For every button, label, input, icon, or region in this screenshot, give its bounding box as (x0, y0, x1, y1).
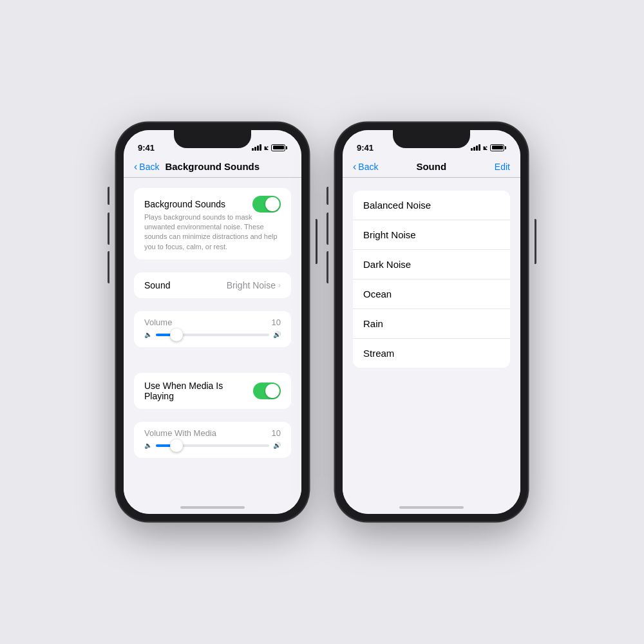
background-sounds-label: Background Sounds (144, 199, 225, 209)
sound-chevron-icon: › (278, 281, 281, 290)
sound-card: Sound Bright Noise › (134, 272, 291, 298)
back-button2[interactable]: ‹ Back (353, 162, 378, 172)
volume-media-header: Volume With Media 10 (144, 428, 281, 438)
signal-icon (252, 144, 261, 151)
back-button[interactable]: ‹ Back (134, 162, 159, 172)
sound-value: Bright Noise (227, 280, 276, 290)
page-title2: Sound (416, 161, 446, 172)
sound-list-content: Balanced NoiseBright NoiseDark NoiseOcea… (343, 178, 520, 515)
volume-inner: Volume 10 🔈 🔊 (134, 311, 291, 347)
phone2-screen: 9:41 𝛋 (343, 130, 520, 514)
home-indicator2 (399, 506, 464, 509)
volume-header: Volume 10 (144, 317, 281, 327)
sound-list-item[interactable]: Dark Noise (353, 250, 510, 279)
settings-content: Background Sounds Plays background sound… (124, 178, 301, 515)
volume-media-low-icon: 🔈 (144, 442, 152, 449)
spacer1 (124, 260, 301, 272)
notch (174, 130, 251, 148)
phone2: 9:41 𝛋 (335, 122, 528, 522)
volume-media-slider-row: 🔈 🔊 (144, 442, 281, 449)
volume-value: 10 (272, 317, 281, 327)
back-chevron-icon2: ‹ (353, 162, 356, 172)
use-when-card: Use When Media Is Playing (134, 373, 291, 409)
sound-value-container: Bright Noise › (227, 280, 281, 290)
use-when-label: Use When Media Is Playing (144, 381, 253, 401)
sound-row[interactable]: Sound Bright Noise › (134, 272, 291, 298)
use-when-toggle-thumb (265, 384, 279, 398)
home-indicator (180, 506, 245, 509)
phone1-screen: 9:41 𝛋 (124, 130, 301, 514)
signal-icon2 (471, 144, 480, 151)
power-button2 (535, 219, 536, 264)
background-sounds-card: Background Sounds Plays background sound… (134, 188, 291, 260)
volume-down-button2 (327, 251, 328, 283)
back-label2: Back (358, 162, 378, 172)
description-text: Plays background sounds to mask unwanted… (134, 213, 291, 260)
status-icons: 𝛋 (252, 144, 287, 152)
status-icons2: 𝛋 (471, 144, 506, 152)
volume-up-button (108, 213, 109, 245)
wifi-icon: 𝛋 (264, 144, 269, 152)
volume-media-value: 10 (272, 428, 281, 438)
volume-media-thumb (170, 439, 183, 452)
volume-card: Volume 10 🔈 🔊 (134, 311, 291, 347)
sound-list-item[interactable]: Ocean (353, 279, 510, 309)
use-when-row: Use When Media Is Playing (134, 373, 291, 409)
page-title: Background Sounds (165, 161, 260, 172)
power-button (316, 219, 317, 264)
volume-label: Volume (144, 317, 172, 327)
phones-container: 9:41 𝛋 (116, 122, 528, 522)
battery-icon (271, 144, 287, 151)
volume-media-high-icon: 🔊 (273, 442, 281, 449)
toggle-thumb (265, 197, 279, 211)
mute-button2 (327, 187, 328, 205)
volume-slider[interactable] (156, 334, 269, 336)
back-label: Back (139, 162, 159, 172)
mute-button (108, 187, 109, 205)
nav-bar2: ‹ Back Sound Edit (343, 158, 520, 177)
volume-media-card: Volume With Media 10 🔈 🔊 (134, 422, 291, 458)
time-display: 9:41 (138, 143, 155, 153)
notch2 (393, 130, 470, 148)
volume-low-icon: 🔈 (144, 331, 152, 338)
back-chevron-icon: ‹ (134, 162, 137, 172)
phone2-content: 9:41 𝛋 (343, 130, 520, 514)
time-display2: 9:41 (357, 143, 374, 153)
volume-media-slider[interactable] (156, 444, 269, 447)
phone1: 9:41 𝛋 (116, 122, 309, 522)
phone1-content: 9:41 𝛋 (124, 130, 301, 514)
volume-high-icon: 🔊 (273, 331, 281, 338)
sound-list-item[interactable]: Rain (353, 309, 510, 339)
volume-thumb (170, 328, 183, 341)
battery-icon2 (490, 144, 506, 151)
volume-media-label: Volume With Media (144, 428, 216, 438)
use-when-toggle[interactable] (253, 383, 281, 399)
sound-list-card: Balanced NoiseBright NoiseDark NoiseOcea… (353, 191, 510, 368)
sound-label: Sound (144, 280, 170, 290)
volume-up-button2 (327, 213, 328, 245)
background-sounds-toggle[interactable] (252, 196, 281, 213)
wifi-icon2: 𝛋 (483, 144, 488, 152)
sound-list-item[interactable]: Balanced Noise (353, 191, 510, 220)
sound-list-item[interactable]: Stream (353, 339, 510, 368)
volume-media-section: Volume With Media 10 🔈 🔊 (134, 422, 291, 458)
volume-media-inner: Volume With Media 10 🔈 🔊 (134, 422, 291, 458)
nav-bar: ‹ Back Background Sounds (124, 158, 301, 177)
volume-section: Volume 10 🔈 🔊 (134, 311, 291, 347)
spacer2 (124, 360, 301, 373)
volume-down-button (108, 251, 109, 283)
edit-button[interactable]: Edit (484, 162, 510, 172)
volume-slider-row: 🔈 🔊 (144, 331, 281, 338)
sound-list-item[interactable]: Bright Noise (353, 220, 510, 250)
